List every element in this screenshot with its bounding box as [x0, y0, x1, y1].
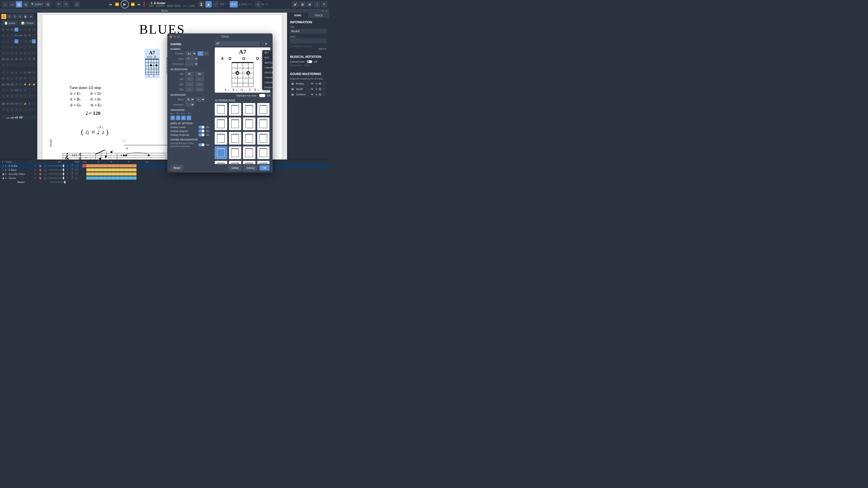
- forward-end-icon[interactable]: ⏭: [136, 2, 142, 7]
- palette-tab-menu[interactable]: ▾: [29, 14, 33, 19]
- alt-voicing-selected[interactable]: [215, 147, 227, 159]
- fifteen-up-icon[interactable]: 15: [23, 33, 27, 37]
- alt-voicing[interactable]: [229, 147, 241, 159]
- fifth-minus-button[interactable]: /5-: [185, 72, 194, 76]
- arpeggio-down-icon[interactable]: ⇣: [28, 94, 31, 98]
- beam-1-icon[interactable]: ♫: [1, 107, 5, 111]
- repeat-end-icon[interactable]: 𝄇: [32, 28, 36, 32]
- visibility-icon[interactable]: 👁: [33, 176, 37, 180]
- alt-voicing[interactable]: [243, 132, 255, 144]
- layout-single-icon[interactable]: ▭: [9, 1, 16, 7]
- eighth-note-icon[interactable]: ♪: [14, 39, 18, 43]
- palette-tab-3[interactable]: 3: [12, 14, 17, 19]
- solo-icon[interactable]: 🎧: [43, 172, 47, 176]
- finger-icon[interactable]: ☝: [28, 82, 31, 86]
- beam-4-icon[interactable]: ♬: [14, 107, 18, 111]
- pitch-stepper[interactable]: ▲▼: [265, 3, 268, 5]
- less-icon[interactable]: <: [10, 94, 14, 98]
- layout-page-icon[interactable]: ▥: [16, 1, 22, 7]
- mastering-chain-studio[interactable]: ▦Studio≎⏻⋮: [290, 87, 327, 91]
- suggest-item[interactable]: Cdim/G#: [262, 75, 273, 80]
- hammer-icon[interactable]: H: [19, 76, 23, 80]
- dyn-mp-icon[interactable]: mp: [14, 57, 18, 61]
- palette-tab-2[interactable]: 2: [7, 14, 12, 19]
- equal-icon[interactable]: =: [19, 94, 23, 98]
- chords-button[interactable]: 📊Chords: [19, 20, 36, 26]
- palette-tab-4[interactable]: 4: [18, 14, 23, 19]
- forward-icon[interactable]: ⏩: [130, 2, 135, 7]
- vibrato-icon[interactable]: ∿: [10, 70, 14, 74]
- expand-icon[interactable]: ⤢: [322, 9, 324, 13]
- dot-icon[interactable]: .: [1, 45, 5, 49]
- suggest-item[interactable]: G#(#13): [262, 70, 273, 75]
- coda-icon[interactable]: 𝄌: [1, 33, 5, 37]
- wah-close-icon[interactable]: ●: [6, 94, 9, 98]
- alt-voicing[interactable]: [243, 103, 255, 116]
- eq-button[interactable]: [75, 176, 79, 180]
- voice-icon[interactable]: ⎍: [28, 107, 31, 111]
- enharmonic-icon[interactable]: ≈: [32, 51, 36, 55]
- automation-icon[interactable]: A: [66, 168, 69, 172]
- flat-button[interactable]: ♭: [197, 51, 203, 56]
- edit-icon[interactable]: ✎: [321, 1, 327, 7]
- automation-icon[interactable]: A: [66, 176, 69, 180]
- display-name-toggle[interactable]: [198, 126, 205, 129]
- sixtyfourth-note-icon[interactable]: 𝅘𝅥𝅱: [28, 39, 31, 43]
- suggest-item[interactable]: Cdim/G#: [262, 80, 273, 85]
- pan-knob[interactable]: [70, 168, 74, 171]
- tap-icon[interactable]: tap: [1, 82, 5, 86]
- release-icon[interactable]: ⤵: [6, 70, 9, 74]
- ghost-note-icon[interactable]: X: [6, 76, 9, 80]
- alt-voicing[interactable]: [257, 132, 270, 144]
- palette-tab-1[interactable]: 1: [1, 14, 6, 19]
- master-volume-slider[interactable]: [50, 182, 66, 183]
- guitar-icon[interactable]: 🎸: [292, 1, 298, 7]
- cancel-button[interactable]: Cancel: [244, 165, 258, 170]
- stylesheet-open[interactable]: Open...: [304, 64, 312, 67]
- visibility-icon[interactable]: 👁: [33, 168, 37, 172]
- rasgueado-icon[interactable]: rasg: [14, 88, 19, 92]
- mastering-chain-analog[interactable]: ▦Analog≎⏻⋮: [290, 81, 327, 86]
- barre-v-icon[interactable]: BV: [6, 102, 9, 106]
- omit-5-button[interactable]: 5: [181, 116, 186, 120]
- dyn-fff-icon[interactable]: fff: [32, 57, 36, 61]
- thirtysecond-note-icon[interactable]: 𝅘𝅥𝅰: [23, 39, 27, 43]
- drums-icon[interactable]: ◉: [307, 1, 313, 7]
- flat-icon[interactable]: ♭: [6, 51, 9, 55]
- display-fingering-toggle[interactable]: [198, 133, 205, 136]
- dyn-p-icon[interactable]: p: [10, 57, 14, 61]
- track-row[interactable]: ◉ 4. Drums 👁 🔇 🎧 A: [0, 176, 329, 180]
- up-stroke-icon[interactable]: ↑: [1, 88, 5, 92]
- mastering-chain-10band[interactable]: ▦10-Band≎⏻⋮: [290, 92, 327, 97]
- bass-acc-select[interactable]: ♭: [196, 97, 205, 102]
- rewind-icon[interactable]: ⏪: [114, 2, 119, 7]
- alt-voicing[interactable]: [215, 118, 227, 130]
- chord-diagram-a7[interactable]: A7 XO O 2 3: [145, 49, 160, 78]
- barline-icon[interactable]: 𝄀: [19, 28, 23, 32]
- decrescendo-icon[interactable]: >: [6, 63, 9, 67]
- legato-icon[interactable]: ⌒: [28, 45, 31, 49]
- bar-chart-3-icon[interactable]: ▅▇: [14, 115, 18, 119]
- double-dot-icon[interactable]: ..: [6, 45, 9, 49]
- chord-name-input[interactable]: [215, 41, 260, 46]
- alt-voicing[interactable]: [243, 147, 255, 159]
- harmonic-icon[interactable]: ◇: [32, 70, 36, 74]
- thirteenth-minus-button[interactable]: /13-: [185, 87, 194, 92]
- suggest-item[interactable]: Ab(#13): [262, 60, 273, 65]
- alt-voicing[interactable]: [215, 103, 227, 116]
- bar-chart-1-icon[interactable]: ▁▃: [6, 115, 9, 119]
- pan-knob[interactable]: [70, 172, 74, 175]
- pop-icon[interactable]: pop: [10, 82, 14, 86]
- play-button[interactable]: ▶: [121, 0, 129, 8]
- pick-down-icon[interactable]: V: [19, 82, 23, 86]
- slap-icon[interactable]: slap: [6, 82, 9, 86]
- fifteen-down-icon[interactable]: 15: [28, 33, 31, 37]
- sixteenth-note-icon[interactable]: ♬: [19, 39, 23, 43]
- minimize-icon[interactable]: [174, 35, 176, 38]
- alt-voicing[interactable]: [257, 147, 270, 159]
- omit-7-button[interactable]: 7: [187, 116, 191, 120]
- ok-button[interactable]: OK: [259, 165, 270, 170]
- eleventh-plus-button[interactable]: /11+: [195, 82, 204, 87]
- greater-icon[interactable]: >: [14, 94, 18, 98]
- suggest-item[interactable]: Ab7: [262, 50, 273, 55]
